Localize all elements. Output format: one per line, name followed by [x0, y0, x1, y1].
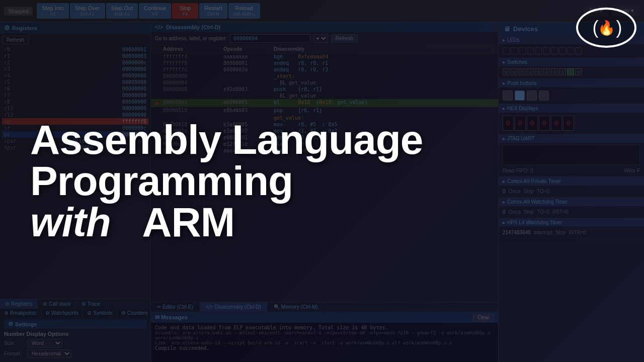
btn-row: [503, 90, 640, 101]
continue-button[interactable]: Continue F3: [139, 3, 171, 19]
fcc-paren-left: (: [593, 19, 597, 37]
led-9[interactable]: [503, 47, 510, 54]
disasm-row-highlighted: ●0000000ceb000001bl 0x18 (0x18: get_valu…: [151, 99, 498, 107]
switch-6[interactable]: 6: [527, 68, 534, 75]
hex-0[interactable]: 0: [563, 116, 574, 131]
switch-1[interactable]: 1: [567, 68, 574, 75]
switch-3[interactable]: 3: [551, 68, 558, 75]
led-7[interactable]: [519, 47, 526, 54]
disasm-table-header: Address Opcode Disassembly: [151, 45, 498, 53]
switch-7[interactable]: 7: [519, 68, 526, 75]
hex-1[interactable]: 0: [551, 116, 562, 131]
settings-icon: ⚙: [8, 321, 13, 327]
led-4[interactable]: [543, 47, 550, 54]
jtag-uart-section: ▸ JTAG UART Read FIFO: 0 Write F: [499, 134, 644, 177]
disasm-row: fffffffc0000003aandeq r0, r0, r3: [151, 66, 498, 73]
hex-displays-header: ▸ HEX Displays: [499, 104, 644, 113]
led-3[interactable]: [551, 47, 558, 54]
private-timer-section: ▸ Cortex-A9 Private Timer 0 Once Stop TO…: [499, 177, 644, 198]
subtabs-row: ⚙ Breakpoints ⚙ Watchpoints ⚙ Symbols ⚙ …: [0, 309, 150, 317]
led-6[interactable]: [527, 47, 534, 54]
goto-dropdown[interactable]: ▾: [313, 34, 328, 43]
register-r12: r1200000000: [2, 112, 148, 118]
center-bottom-tabs: ✏ Editor (Ctrl-E) </> Disassembly (Ctrl-…: [151, 302, 498, 312]
stop-button[interactable]: Stop F4: [172, 3, 198, 19]
settings-title: Number Display Options: [4, 331, 146, 337]
switch-4[interactable]: 4: [543, 68, 550, 75]
tab-trace[interactable]: ⚙ Trace: [76, 299, 106, 309]
register-sp: spfffffff8: [2, 118, 148, 125]
push-btn-3[interactable]: [503, 90, 513, 101]
editor-tab[interactable]: ✏ Editor (Ctrl-E): [151, 302, 200, 312]
step-into-button[interactable]: Step Into F2: [37, 3, 69, 19]
goto-row: Go to address, label, or register: ▾ Ref…: [151, 32, 498, 45]
message-line-1: Code and data loaded from ELF executable…: [155, 325, 494, 330]
monitor-icon: 🖥: [504, 25, 510, 33]
message-line-3: Link: arm-altera-eabi-ld --script build_…: [155, 340, 494, 345]
settings-header: ⚙ Settings: [4, 319, 146, 329]
toolbar: Stopped Step Into F2 Step Over Ctrl-F2 S…: [0, 0, 644, 22]
reload-button[interactable]: Reload Ctrl-Shift-L: [228, 3, 260, 19]
push-btn-0[interactable]: [539, 90, 549, 101]
switch-5[interactable]: 5: [535, 68, 542, 75]
hps-watchdog-section: ▸ HPS L4 Watchdog Timer 2147483648 Inter…: [499, 218, 644, 239]
push-btn-1[interactable]: [527, 90, 537, 101]
subtab-watchpoints[interactable]: ⚙ Watchpoints: [41, 309, 84, 317]
disasm-row: 0000001ce3a01007mov r1, #7 ; 0x7: [151, 128, 498, 134]
disasm-row: 00000810e8bd0003pop {r0, r1}: [151, 107, 498, 114]
led-8[interactable]: [511, 47, 518, 54]
format-select[interactable]: HexadecimalBinaryOctalDecimal: [27, 349, 71, 358]
jtag-expand-icon: ▸: [503, 136, 505, 141]
switches-body: 9 8 7 6 5 4 3 2 1 0: [499, 66, 644, 78]
private-timer-body: 0 Once Stop TO=0: [499, 186, 644, 197]
step-out-button[interactable]: Step Out Shift-F2: [106, 3, 138, 19]
main-area: ⚙ Registers Refresh r000000001 r10000000…: [0, 22, 644, 362]
register-pc: pc0000000c: [2, 131, 148, 138]
fcc-circle: ( 🔥 ): [576, 8, 636, 48]
private-timer-row: 0 Once Stop TO=0: [503, 188, 640, 195]
messages-clear-button[interactable]: Clear: [473, 314, 494, 321]
register-r3: r300000000: [2, 66, 148, 72]
switch-8[interactable]: 8: [511, 68, 518, 75]
hps-watchdog-body: 2147483648 Interrupt Stop INTR=0: [499, 227, 644, 238]
subtab-counters[interactable]: ⚙ Counters: [117, 309, 152, 317]
switch-2[interactable]: 2: [559, 68, 566, 75]
disasm-row: BL get_value: [151, 93, 498, 99]
center-panel: </> Disassembly (Ctrl-D) Go to address, …: [151, 22, 498, 362]
pushbuttons-header: ▸ Push buttons: [499, 79, 644, 87]
switch-0[interactable]: 0: [575, 68, 582, 75]
led-1[interactable]: [567, 47, 574, 54]
memory-tab[interactable]: 🔍 Memory (Ctrl-M): [268, 302, 325, 312]
hex-3[interactable]: 0: [527, 116, 538, 131]
tab-registers[interactable]: ⚙ Registers: [0, 299, 38, 309]
uart-display: [503, 145, 640, 165]
register-cpsr: cpsr000001d3I svc: [2, 138, 148, 144]
step-over-button[interactable]: Step Over Ctrl-F2: [70, 3, 105, 19]
subtab-breakpoints[interactable]: ⚙ Breakpoints: [0, 309, 41, 317]
watchdog-timer-section: ▸ Cortex-A9 Watchdog Timer 0 Once Stop T…: [499, 198, 644, 218]
size-select[interactable]: WordByteHalfword: [27, 339, 62, 347]
hex-displays-expand-icon: ▸: [503, 106, 505, 111]
messages-panel: ✉ Messages Clear Code and data loaded fr…: [151, 312, 498, 362]
hex-4[interactable]: 0: [515, 116, 526, 131]
register-r2: r20000000c: [2, 59, 148, 66]
leds-expand-icon: ▸: [503, 37, 505, 43]
led-2[interactable]: [559, 47, 566, 54]
disassembly-tab[interactable]: </> Disassembly (Ctrl-D): [200, 302, 268, 312]
push-btn-2[interactable]: [515, 90, 525, 101]
disasm-row: 00000004 BL get_value: [151, 79, 498, 86]
disasm-row: 00000030aaaaaaaabge 0xf0aaae0: [151, 147, 498, 154]
pushbuttons-section: ▸ Push buttons: [499, 79, 644, 104]
goto-input[interactable]: [230, 34, 310, 43]
disasm-refresh-button[interactable]: Refresh: [331, 34, 358, 43]
led-5[interactable]: [535, 47, 542, 54]
hps-watchdog-row: 2147483648 Interrupt Stop INTR=0: [503, 229, 640, 236]
registers-refresh-button[interactable]: Refresh: [2, 36, 29, 44]
hex-5[interactable]: 0: [503, 116, 514, 131]
tab-callstack[interactable]: ⚙ Call stack: [38, 299, 76, 309]
hex-2[interactable]: 0: [539, 116, 550, 131]
switch-9[interactable]: 9: [503, 68, 510, 75]
switches-expand-icon: ▸: [503, 59, 505, 65]
subtab-symbols[interactable]: ⚙ Symbols: [83, 309, 117, 317]
restart-button[interactable]: Restart Ctrl-R: [199, 3, 227, 19]
